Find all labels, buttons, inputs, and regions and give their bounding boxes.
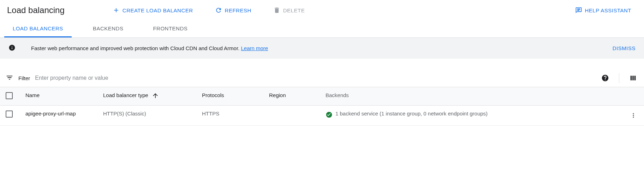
lb-backends-text: 1 backend service (1 instance group, 0 n…	[335, 111, 488, 117]
learn-more-link[interactable]: Learn more	[241, 45, 268, 51]
tab-frontends[interactable]: Frontends	[144, 20, 196, 37]
col-header-type[interactable]: Load balancer type	[99, 87, 198, 106]
table-row: apigee-proxy-url-map HTTP(S) (Classic) H…	[0, 106, 644, 126]
more-vert-icon	[630, 112, 637, 119]
refresh-label: Refresh	[225, 7, 251, 13]
help-label: Help Assistant	[585, 7, 632, 13]
delete-button: Delete	[268, 4, 310, 17]
lb-type: HTTP(S) (Classic)	[99, 106, 198, 126]
lb-region	[265, 106, 321, 126]
help-icon	[601, 74, 609, 82]
info-icon	[8, 44, 16, 52]
refresh-icon	[215, 7, 222, 14]
page-title: Load balancing	[7, 5, 65, 15]
load-balancers-table: Name Load balancer type Protocols Region…	[0, 87, 644, 126]
banner-text: Faster web performance and improved web …	[31, 45, 268, 51]
filter-bar: Filter	[0, 69, 644, 87]
filter-input[interactable]	[35, 73, 595, 83]
sort-ascending-icon	[152, 92, 159, 99]
status-ok-icon	[326, 111, 333, 118]
lb-protocols: HTTPS	[198, 106, 265, 126]
tab-backends[interactable]: Backends	[84, 20, 132, 37]
info-banner: Faster web performance and improved web …	[0, 38, 644, 59]
col-header-name[interactable]: Name	[21, 87, 99, 106]
col-header-type-text: Load balancer type	[103, 92, 148, 98]
filter-label: Filter	[18, 75, 30, 81]
refresh-button[interactable]: Refresh	[209, 4, 257, 17]
dismiss-button[interactable]: DISMISS	[613, 45, 636, 51]
columns-icon	[629, 74, 637, 82]
filter-help-button[interactable]	[600, 73, 610, 83]
divider	[619, 73, 619, 83]
row-checkbox[interactable]	[6, 111, 13, 118]
col-header-backends[interactable]: Backends	[321, 87, 623, 106]
col-header-protocols[interactable]: Protocols	[198, 87, 265, 106]
chat-icon	[575, 7, 582, 14]
tab-load-balancers[interactable]: Load balancers	[4, 20, 72, 37]
col-header-region[interactable]: Region	[265, 87, 321, 106]
lb-name-link[interactable]: apigee-proxy-url-map	[25, 111, 76, 117]
help-assistant-button[interactable]: Help Assistant	[570, 4, 637, 17]
row-actions-button[interactable]	[628, 111, 638, 120]
select-all-checkbox[interactable]	[6, 92, 13, 99]
tabs: Load balancers Backends Frontends	[0, 20, 644, 38]
plus-icon	[113, 7, 120, 14]
column-display-button[interactable]	[628, 73, 638, 83]
banner-message: Faster web performance and improved web …	[31, 45, 241, 51]
trash-icon	[273, 7, 280, 14]
create-load-balancer-button[interactable]: Create load balancer	[107, 4, 199, 17]
filter-icon	[6, 74, 13, 83]
delete-label: Delete	[283, 7, 305, 13]
create-label: Create load balancer	[123, 7, 193, 13]
